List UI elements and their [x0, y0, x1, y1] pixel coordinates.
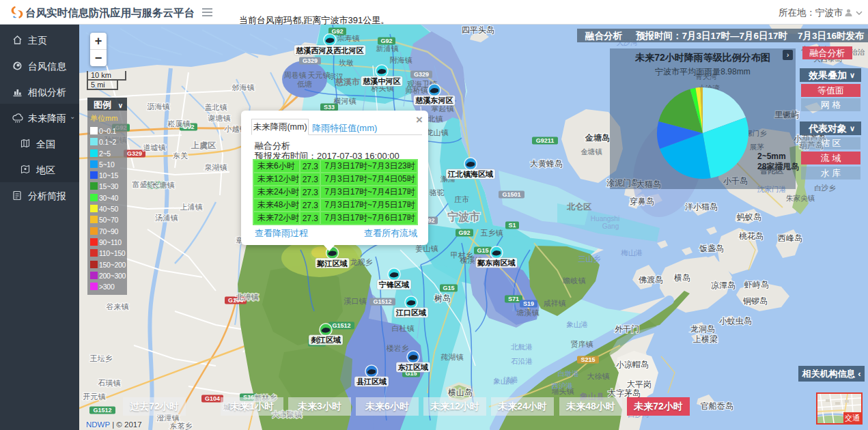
- svg-text:江口区域: 江口区域: [395, 309, 426, 317]
- svg-text:树岛: 树岛: [434, 293, 451, 303]
- svg-text:四平头岛: 四平头岛: [462, 25, 494, 35]
- svg-text:G15: G15: [477, 247, 488, 254]
- svg-text:姜山镇: 姜山镇: [415, 244, 438, 253]
- svg-text:Huangshi: Huangshi: [591, 215, 619, 223]
- svg-text:附海镇: 附海镇: [390, 56, 412, 64]
- svg-text:贤庠镇: 贤庠镇: [571, 340, 593, 348]
- svg-text:县江区域: 县江区域: [356, 377, 387, 386]
- svg-text:天元镇: 天元镇: [308, 71, 331, 79]
- svg-text:外干门: 外干门: [615, 324, 639, 334]
- svg-text:东关: 东关: [173, 152, 188, 160]
- svg-text:泉湖镇: 泉湖镇: [205, 163, 227, 171]
- svg-text:北舭港: 北舭港: [510, 343, 533, 351]
- svg-text:大字茅岛: 大字茅岛: [608, 388, 641, 398]
- svg-text:鄞江区域: 鄞江区域: [317, 259, 348, 268]
- svg-text:低塘: 低塘: [297, 80, 312, 88]
- svg-text:石沿港: 石沿港: [511, 357, 533, 365]
- svg-text:S71: S71: [508, 296, 519, 302]
- svg-text:周巷镇: 周巷镇: [284, 71, 307, 79]
- svg-text:小蚊虫岛: 小蚊虫岛: [719, 316, 752, 326]
- svg-text:谷来镇: 谷来镇: [107, 302, 129, 311]
- svg-text:G104: G104: [205, 395, 220, 402]
- svg-text:甲村乡: 甲村乡: [451, 251, 473, 259]
- svg-text:西峰岛: 西峰岛: [778, 233, 802, 243]
- svg-text:鄞东南区域: 鄞东南区域: [477, 259, 516, 267]
- svg-text:坎墩: 坎墩: [339, 59, 354, 67]
- svg-text:谢塘镇: 谢塘镇: [208, 114, 231, 122]
- svg-text:官船岙岛: 官船岙岛: [701, 401, 733, 411]
- svg-text:白杜镇: 白杜镇: [392, 324, 415, 332]
- svg-text:王坛乡: 王坛乡: [90, 354, 113, 362]
- svg-text:洋小猫岛: 洋小猫岛: [685, 202, 718, 212]
- svg-text:东茗乡: 东茗乡: [170, 422, 193, 430]
- svg-text:白墩港: 白墩港: [557, 369, 579, 377]
- svg-text:小凉帽岛: 小凉帽岛: [616, 360, 649, 369]
- svg-text:长塘镇: 长塘镇: [152, 181, 175, 189]
- svg-text:慈溪市: 慈溪市: [335, 77, 360, 87]
- svg-text:G1512: G1512: [332, 322, 350, 329]
- svg-text:汤浦镇: 汤浦镇: [155, 214, 178, 222]
- svg-text:G15: G15: [443, 285, 454, 291]
- svg-text:龙观乡: 龙观乡: [350, 258, 373, 266]
- svg-text:三山乡: 三山乡: [578, 255, 601, 263]
- svg-text:塘溪镇: 塘溪镇: [516, 309, 540, 317]
- svg-text:莼湖镇: 莼湖镇: [441, 353, 464, 361]
- svg-text:横河镇: 横河镇: [334, 97, 356, 105]
- svg-text:骆驼: 骆驼: [429, 188, 445, 197]
- svg-text:横山岛: 横山岛: [447, 388, 473, 397]
- svg-text:崧厦镇: 崧厦镇: [168, 119, 191, 128]
- svg-text:咸祥镇: 咸祥镇: [544, 299, 566, 307]
- svg-text:朱家尖镇: 朱家尖镇: [786, 194, 815, 202]
- svg-text:上虞区: 上虞区: [191, 141, 216, 150]
- svg-text:新浦镇: 新浦镇: [376, 44, 399, 53]
- svg-text:慈溪东河区: 慈溪东河区: [415, 96, 453, 104]
- svg-text:大徐镇: 大徐镇: [587, 372, 610, 380]
- svg-text:淡港: 淡港: [504, 375, 519, 384]
- svg-text:大黄蜂岛: 大黄蜂岛: [530, 159, 563, 169]
- svg-text:横岛: 横岛: [673, 273, 690, 283]
- svg-text:穿鼻岛: 穿鼻岛: [630, 197, 654, 206]
- svg-text:梅山港: 梅山港: [620, 248, 643, 257]
- svg-text:S19: S19: [523, 300, 534, 307]
- svg-text:东江区域: 东江区域: [397, 363, 428, 371]
- svg-text:G9211: G9211: [536, 137, 555, 144]
- svg-text:白沙乡: 白沙乡: [814, 184, 836, 192]
- svg-text:G1512: G1512: [373, 298, 391, 305]
- svg-text:桃花岛: 桃花岛: [739, 231, 764, 241]
- svg-text:G92: G92: [380, 38, 392, 44]
- svg-text:北漳镇: 北漳镇: [236, 293, 259, 301]
- svg-text:慈溪中河区: 慈溪中河区: [363, 77, 401, 85]
- svg-text:江北镇海区域: 江北镇海区域: [447, 170, 493, 178]
- svg-text:溪口镇: 溪口镇: [344, 297, 367, 305]
- svg-text:宁锋区域: 宁锋区域: [378, 281, 409, 289]
- svg-text:石璜镇: 石璜镇: [98, 379, 121, 387]
- svg-text:G1512: G1512: [93, 407, 111, 414]
- svg-text:饭盏岛: 饭盏岛: [699, 244, 724, 253]
- svg-text:G1501: G1501: [502, 191, 520, 198]
- svg-text:剡江区域: 剡江区域: [310, 336, 341, 344]
- svg-text:庄市: 庄市: [454, 195, 469, 203]
- svg-text:G329: G329: [303, 57, 318, 64]
- svg-text:蚂蚁岛: 蚂蚁岛: [737, 212, 761, 222]
- svg-text:师桥镇: 师桥镇: [406, 86, 428, 94]
- svg-text:上横梁: 上横梁: [693, 334, 718, 344]
- svg-text:五乡镇: 五乡镇: [481, 229, 503, 237]
- svg-text:西沪港: 西沪港: [551, 382, 573, 390]
- svg-text:金塘岛: 金塘岛: [585, 133, 610, 143]
- svg-text:S215: S215: [580, 356, 595, 363]
- svg-text:象山港: 象山港: [566, 320, 588, 328]
- svg-text:佛渡岛: 佛渡岛: [639, 275, 663, 285]
- svg-text:慈溪西河及西北河区: 慈溪西河及西北河区: [296, 46, 364, 55]
- svg-text:G92: G92: [458, 229, 470, 236]
- svg-text:开元镇: 开元镇: [83, 392, 106, 401]
- svg-text:沥海镇: 沥海镇: [148, 102, 170, 111]
- svg-text:邠海镇: 邠海镇: [232, 83, 255, 91]
- svg-text:道墟镇: 道墟镇: [143, 143, 166, 152]
- svg-text:龙洞岛: 龙洞岛: [690, 324, 715, 334]
- svg-text:楼岩乡: 楼岩乡: [387, 344, 409, 352]
- svg-text:龙山镇: 龙山镇: [426, 128, 449, 137]
- svg-text:宁波市: 宁波市: [447, 210, 480, 223]
- svg-text:虾峙岛: 虾峙岛: [744, 280, 769, 289]
- svg-text:盖北镇: 盖北镇: [205, 103, 227, 111]
- svg-text:上浦镇: 上浦镇: [180, 203, 203, 211]
